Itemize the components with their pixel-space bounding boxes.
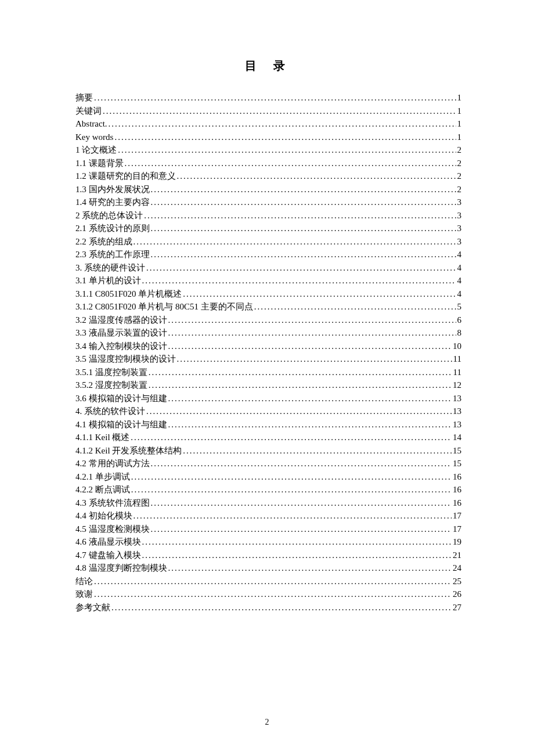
toc-entry: 3.2 温湿度传感器的设计6: [75, 314, 461, 327]
toc-entry: 4.3 系统软件流程图16: [75, 496, 461, 510]
toc-entry-page: 16: [453, 483, 461, 496]
toc-entry: 参考文献27: [75, 601, 461, 614]
toc-entry-page: 10: [453, 340, 461, 353]
toc-dots: [134, 235, 456, 249]
toc-dots: [151, 248, 456, 261]
toc-entry: 2.2 系统的组成3: [75, 235, 461, 249]
toc-entry-label: 3.5 温湿度控制模块的设计: [75, 352, 176, 366]
toc-dots: [168, 314, 456, 327]
toc-dots: [131, 431, 452, 444]
toc-entry: 1 论文概述2: [75, 143, 461, 157]
toc-entry-label: 4.2.1 单步调试: [75, 470, 130, 484]
toc-entry-label: 参考文献: [75, 601, 110, 614]
toc-entry-label: 3.6 模拟箱的设计与组建: [75, 392, 167, 405]
toc-entry: 4.7 键盘输入模块21: [75, 549, 461, 562]
toc-entry-page: 21: [453, 549, 461, 562]
toc-dots: [183, 287, 456, 301]
toc-entry-page: 4: [457, 248, 462, 261]
toc-entry: Abstract.1: [75, 117, 461, 131]
toc-dots: [109, 117, 456, 131]
toc-dots: [142, 549, 452, 562]
toc-entry-label: 1.3 国内外发展状况: [75, 183, 150, 196]
toc-entry-label: 4.2 常用的调试方法: [75, 457, 150, 470]
toc-entry: 4.6 液晶显示模块19: [75, 535, 461, 549]
toc-dots: [125, 157, 456, 170]
toc-entry-label: 3.1 单片机的设计: [75, 274, 141, 287]
toc-entry: 2.3 系统的工作原理4: [75, 248, 461, 261]
toc-entry-page: 14: [453, 431, 461, 444]
toc-entry: 4.2.2 断点调试16: [75, 483, 461, 496]
toc-dots: [146, 261, 456, 275]
toc-entry-label: 4. 系统的软件设计: [75, 405, 145, 418]
toc-entry: 1.1 课题背景2: [75, 157, 461, 170]
toc-dots: [151, 183, 456, 196]
toc-entry: 4.2.1 单步调试16: [75, 470, 461, 484]
toc-entry-page: 15: [453, 444, 461, 458]
toc-entry-page: 12: [453, 379, 461, 392]
toc-entry-page: 17: [453, 509, 461, 523]
toc-entry: 致谢26: [75, 588, 461, 601]
toc-entry: 4.1 模拟箱的设计与组建13: [75, 418, 461, 431]
toc-entry: 3.6 模拟箱的设计与组建13: [75, 392, 461, 405]
toc-entry-label: 结论: [75, 575, 93, 588]
toc-dots: [94, 575, 452, 588]
toc-dots: [144, 209, 456, 222]
toc-entry-page: 2: [457, 143, 462, 157]
toc-entry-page: 16: [453, 470, 461, 484]
toc-entry-page: 1: [457, 117, 462, 131]
toc-entry-page: 19: [453, 535, 461, 549]
toc-entry: 3.5 温湿度控制模块的设计11: [75, 352, 461, 366]
toc-list: 摘要1关键词1Abstract.1Key words11 论文概述21.1 课题…: [75, 91, 461, 614]
toc-entry: 4.1.1 Keil 概述14: [75, 431, 461, 444]
page-number: 2: [265, 718, 269, 727]
toc-entry-page: 11: [453, 352, 461, 366]
toc-entry-page: 3: [457, 209, 462, 222]
toc-entry-label: 4.1.1 Keil 概述: [75, 431, 129, 444]
toc-entry-page: 27: [453, 601, 461, 614]
toc-entry-label: 4.7 键盘输入模块: [75, 549, 141, 562]
toc-entry: 1.2 课题研究的目的和意义2: [75, 170, 461, 183]
toc-dots: [168, 340, 452, 353]
toc-entry-label: 2 系统的总体设计: [75, 209, 143, 222]
toc-dots: [111, 601, 452, 614]
toc-entry-label: 3.2 温湿度传感器的设计: [75, 314, 167, 327]
toc-entry: 1.3 国内外发展状况2: [75, 183, 461, 196]
toc-entry-label: 1.2 课题研究的目的和意义: [75, 170, 176, 183]
toc-entry-page: 26: [453, 588, 461, 601]
toc-entry-page: 13: [453, 392, 461, 405]
toc-entry: 摘要1: [75, 91, 461, 105]
toc-entry-label: 4.1 模拟箱的设计与组建: [75, 418, 167, 431]
toc-entry-page: 13: [453, 418, 461, 431]
toc-entry-label: 3.1.2 C8051F020 单片机与 80C51 主要的不同点: [75, 300, 253, 314]
toc-dots: [131, 483, 452, 496]
toc-entry: 4.8 温湿度判断控制模块24: [75, 561, 461, 575]
toc-entry: 3.1.1 C8051F020 单片机概述4: [75, 287, 461, 301]
toc-entry-page: 1: [457, 131, 462, 144]
toc-dots: [103, 105, 456, 118]
toc-entry-label: 2.3 系统的工作原理: [75, 248, 150, 261]
toc-entry-label: 1.1 课题背景: [75, 157, 124, 170]
toc-entry-label: 致谢: [75, 588, 93, 601]
toc-dots: [151, 196, 456, 209]
toc-entry-page: 15: [453, 457, 461, 470]
toc-dots: [151, 523, 452, 536]
toc-dots: [131, 470, 452, 484]
toc-dots: [183, 444, 452, 458]
toc-entry: 3.5.2 湿度控制装置12: [75, 379, 461, 392]
toc-entry: 4.5 温湿度检测模块17: [75, 523, 461, 536]
toc-entry-page: 3: [457, 235, 462, 249]
toc-dots: [114, 131, 456, 144]
toc-entry: 4. 系统的软件设计13: [75, 405, 461, 418]
toc-entry-label: 4.2.2 断点调试: [75, 483, 130, 496]
toc-entry-label: 2.1 系统设计的原则: [75, 222, 150, 235]
toc-entry: 4.2 常用的调试方法15: [75, 457, 461, 470]
toc-entry-page: 4: [457, 274, 462, 287]
toc-dots: [151, 457, 452, 470]
toc-entry: 2.1 系统设计的原则3: [75, 222, 461, 235]
toc-entry-label: 4.6 液晶显示模块: [75, 535, 141, 549]
toc-entry-page: 17: [453, 523, 461, 536]
toc-dots: [177, 170, 456, 183]
toc-entry: 3.1.2 C8051F020 单片机与 80C51 主要的不同点5: [75, 300, 461, 314]
toc-entry-page: 3: [457, 196, 462, 209]
toc-dots: [142, 274, 456, 287]
